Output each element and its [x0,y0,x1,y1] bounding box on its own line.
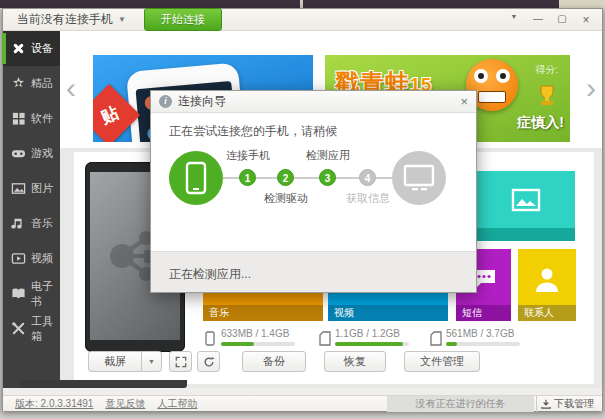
dialog-message: 正在尝试连接您的手机，请稍候 [169,123,337,140]
tile-label-band [476,228,575,241]
start-connect-button[interactable]: 开始连接 [144,8,222,31]
sidebar: 设备 精品 软件 游戏 图片 音乐 视频 电子书 [3,31,60,388]
fullscreen-icon [175,356,187,368]
tile-label: 联系人 [518,305,576,321]
fullscreen-button[interactable] [169,351,192,372]
sidebar-item-label: 音乐 [31,216,53,231]
tile-label: 音乐 [203,305,323,321]
refresh-icon [203,356,215,368]
download-manager-button[interactable]: 下载管理 [536,396,598,412]
sidebar-item-toolbox[interactable]: 工具箱 [3,311,60,346]
contact-person-icon [533,266,561,292]
sidebar-item-label: 视频 [31,251,53,266]
download-manager-label: 下载管理 [554,397,594,411]
connection-status-label: 当前没有连接手机 [17,11,113,28]
background-window-fragment [559,0,605,8]
backup-button[interactable]: 备份 [242,351,306,372]
tools-icon [11,321,26,336]
tile-contacts[interactable]: 联系人 [518,249,576,321]
sidebar-item-label: 工具箱 [31,314,60,344]
sdcard-icon [319,331,331,346]
screenshot-dropdown-caret[interactable]: ▼ [141,351,162,372]
version-link[interactable]: 版本: 2.0.3.31491 [15,397,93,411]
dialog-close-icon[interactable]: × [460,95,468,108]
step-2-dot: 2 [277,169,294,186]
file-manager-button[interactable]: 文件管理 [404,351,480,372]
phone-stage-circle [169,151,223,205]
sidebar-item-label: 电子书 [31,279,60,309]
carousel-next-arrow[interactable]: › [586,73,596,103]
window-controls: ▼ — ▢ × [508,13,592,27]
support-link[interactable]: 人工帮助 [157,397,197,411]
book-icon [11,286,26,301]
step-1-dot: 1 [239,169,256,186]
phone-icon [185,161,207,195]
step-2-label: 检测驱动 [256,191,316,206]
active-indicator [2,33,6,64]
sidebar-item-label: 软件 [31,111,53,126]
storage-value: 561MB / 3.7GB [446,328,514,339]
sdcard-icon [430,331,442,346]
titlebar: 当前没有连接手机 ▼ 开始连接 ▼ — ▢ × [3,9,602,31]
dialog-title: 连接向导 [178,93,226,110]
apps-grid-icon [11,111,26,126]
music-note-icon [11,216,26,231]
carousel-prev-arrow[interactable]: ‹ [66,73,76,103]
phone-storage-icon [205,331,215,346]
device-icon [11,41,26,56]
connection-wizard-dialog: 连接向导 × 正在尝试连接您的手机，请稍候 1 2 3 4 连接手机 检测驱动 … [150,90,477,293]
sidebar-item-apps[interactable]: 软件 [3,101,60,136]
computer-stage-circle [392,151,446,205]
tile-label: 视频 [328,305,448,321]
step-3-label: 检测应用 [298,148,358,163]
storage-bar [335,342,409,346]
phone-dock-base [20,380,187,388]
sidebar-item-featured[interactable]: 精品 [3,66,60,101]
banner-caption: 症慎入! [517,114,564,132]
storage-bar [221,342,295,346]
gamepad-icon [11,146,26,161]
sidebar-item-photos[interactable]: 图片 [3,171,60,206]
ribbon-text: 贴 [97,101,122,129]
step-4-label: 获取信息 [338,191,398,206]
desktop-wallpaper [0,0,605,8]
close-icon[interactable]: × [580,13,592,27]
photo-icon [11,181,26,196]
screenshot-button[interactable]: 截屏 [88,351,142,372]
maximize-icon[interactable]: ▢ [556,13,568,27]
chevron-down-icon: ▼ [118,15,126,24]
sidebar-item-games[interactable]: 游戏 [3,136,60,171]
tile-label: 短信 [456,305,511,321]
connection-status-dropdown[interactable]: 当前没有连接手机 ▼ [17,11,126,28]
menu-icon[interactable]: ▼ [508,13,520,27]
step-4-dot: 4 [359,169,376,186]
minimize-icon[interactable]: — [532,13,544,27]
sidebar-item-video[interactable]: 视频 [3,241,60,276]
trophy-icon [534,83,560,109]
task-status: 没有正在进行的任务 [387,396,534,412]
sidebar-item-label: 设备 [31,41,53,56]
restore-button[interactable]: 恢复 [324,351,386,372]
sidebar-item-device[interactable]: 设备 [3,31,60,66]
sidebar-item-label: 精品 [31,76,53,91]
sidebar-item-music[interactable]: 音乐 [3,206,60,241]
storage-value: 633MB / 1.4GB [221,328,289,339]
step-1-label: 连接手机 [218,148,278,163]
storage-bar [446,342,520,346]
storage-value: 1.1GB / 1.2GB [335,328,400,339]
featured-icon [11,76,26,91]
feedback-link[interactable]: 意见反馈 [105,397,145,411]
info-icon [159,95,172,108]
gallery-icon [511,188,541,212]
tile-gallery[interactable] [476,171,575,241]
statusbar: 版本: 2.0.3.31491 意见反馈 人工帮助 没有正在进行的任务 下载管理 [3,395,602,411]
wallpaper-detail [300,0,303,8]
monitor-icon [403,164,435,192]
refresh-button[interactable] [197,351,220,372]
video-icon [11,251,26,266]
download-icon [541,399,551,409]
sidebar-item-ebook[interactable]: 电子书 [3,276,60,311]
banner-score-label: 得分: [535,63,558,77]
dialog-footer: 正在检测应用... [151,251,476,292]
screen: 当前没有连接手机 ▼ 开始连接 ▼ — ▢ × 设备 精品 软件 游戏 [0,0,605,419]
